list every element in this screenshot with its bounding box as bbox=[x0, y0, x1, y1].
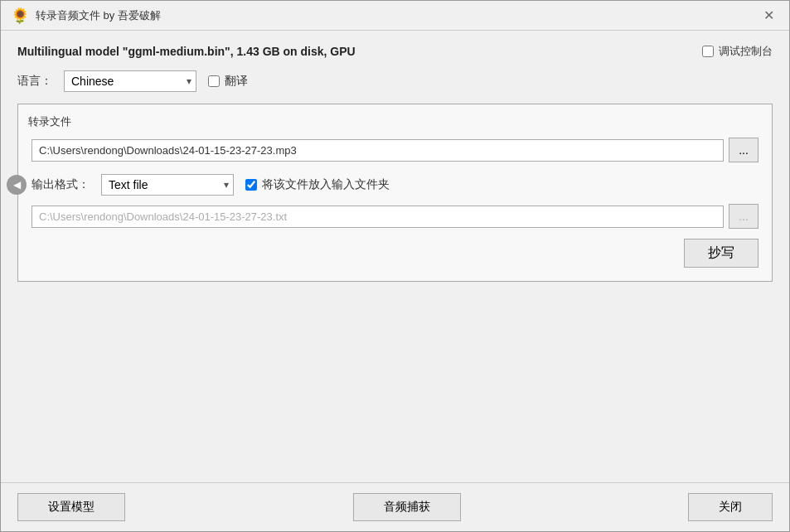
title-bar: 🌻 转录音频文件 by 吾爱破解 ✕ bbox=[1, 1, 789, 31]
same-folder-label: 将该文件放入输入文件夹 bbox=[262, 177, 390, 192]
setup-model-button[interactable]: 设置模型 bbox=[17, 493, 125, 521]
model-info-text: Multilingual model "ggml-medium.bin", 1.… bbox=[17, 45, 356, 58]
translate-label: 翻译 bbox=[225, 74, 248, 89]
transcribe-btn-row: 抄写 bbox=[32, 239, 758, 268]
file-input-row: ... bbox=[32, 138, 758, 162]
title-bar-left: 🌻 转录音频文件 by 吾爱破解 bbox=[11, 7, 161, 25]
output-browse-button[interactable]: ... bbox=[729, 204, 758, 229]
language-select-wrapper: Chinese English Japanese Korean French G… bbox=[64, 70, 196, 92]
debug-checkbox-row: 调试控制台 bbox=[702, 44, 773, 59]
transcribe-file-group-title: 转录文件 bbox=[28, 114, 758, 129]
transcribe-button[interactable]: 抄写 bbox=[684, 239, 758, 268]
nav-arrow-button[interactable]: ◀ bbox=[7, 175, 27, 195]
main-window: 🌻 转录音频文件 by 吾爱破解 ✕ Multilingual model "g… bbox=[0, 0, 790, 532]
debug-checkbox[interactable] bbox=[702, 46, 714, 57]
file-input[interactable] bbox=[32, 139, 724, 162]
debug-label: 调试控制台 bbox=[719, 44, 773, 59]
format-select[interactable]: Text file SRT VTT JSON bbox=[101, 174, 234, 196]
language-select[interactable]: Chinese English Japanese Korean French G… bbox=[64, 70, 196, 92]
language-label: 语言： bbox=[17, 74, 52, 89]
bottom-bar: 设置模型 音频捕获 关闭 bbox=[1, 482, 789, 531]
transcribe-file-group: 转录文件 ... ◀ 输出格式： Text file bbox=[17, 104, 773, 282]
close-window-button[interactable]: ✕ bbox=[758, 7, 779, 24]
output-format-label: 输出格式： bbox=[32, 177, 90, 192]
language-row: 语言： Chinese English Japanese Korean Fren… bbox=[17, 70, 773, 92]
same-folder-row: 将该文件放入输入文件夹 bbox=[245, 177, 390, 192]
nav-arrow-icon: ◀ bbox=[13, 179, 21, 191]
app-icon: 🌻 bbox=[11, 7, 29, 25]
output-file-row: ... bbox=[32, 204, 758, 229]
content-area: Multilingual model "ggml-medium.bin", 1.… bbox=[1, 31, 789, 482]
model-info-row: Multilingual model "ggml-medium.bin", 1.… bbox=[17, 44, 773, 59]
close-button[interactable]: 关闭 bbox=[688, 493, 773, 521]
translate-checkbox-row: 翻译 bbox=[208, 74, 248, 89]
window-title: 转录音频文件 by 吾爱破解 bbox=[36, 8, 161, 23]
audio-capture-button[interactable]: 音频捕获 bbox=[353, 493, 461, 521]
output-file-input[interactable] bbox=[32, 206, 724, 228]
output-format-row: 输出格式： Text file SRT VTT JSON 将该文件放入输入文 bbox=[32, 174, 758, 196]
file-browse-button[interactable]: ... bbox=[729, 138, 758, 162]
translate-checkbox[interactable] bbox=[208, 75, 220, 87]
transcribe-file-box: 转录文件 ... ◀ 输出格式： Text file bbox=[17, 104, 773, 282]
same-folder-checkbox[interactable] bbox=[245, 179, 257, 191]
format-select-wrapper: Text file SRT VTT JSON bbox=[101, 174, 234, 196]
